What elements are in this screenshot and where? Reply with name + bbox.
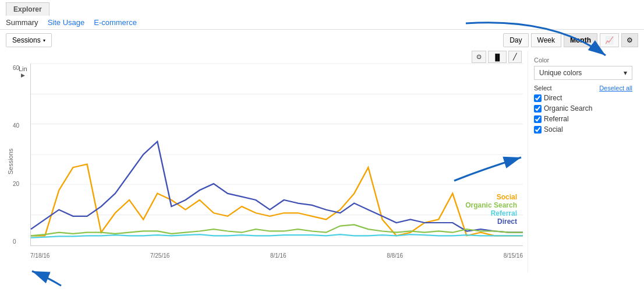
select-label: Select [534, 85, 552, 92]
chart-view-controls: ⊙ ▐▌ ╱ [472, 51, 522, 63]
bar-chart-icon[interactable]: ▐▌ [488, 51, 507, 63]
checkbox-organic-search: Organic Search [534, 104, 632, 113]
sessions-dropdown[interactable]: Sessions ▾ [6, 33, 52, 47]
color-label: Color [534, 57, 632, 64]
deselect-all-link[interactable]: Deselect all [599, 85, 632, 92]
week-button[interactable]: Week [531, 33, 561, 47]
top-navigation: Summary Site Usage E-commerce [0, 16, 644, 30]
y-tick-60: 60 [13, 65, 19, 71]
legend-social: Social [465, 193, 517, 201]
checkbox-referral-label: Referral [544, 115, 569, 123]
right-panel: Color Unique colors ▾ Select Deselect al… [528, 51, 638, 272]
x-tick-4: 8/8/16 [387, 252, 403, 259]
pie-chart-icon[interactable]: ⚙ [621, 33, 638, 47]
x-axis-ticks: 7/18/16 7/25/16 8/1/16 8/8/16 8/15/16 [30, 252, 523, 259]
x-tick-5: 8/15/16 [504, 252, 523, 259]
nav-ecommerce[interactable]: E-commerce [94, 18, 137, 27]
social-line [31, 164, 523, 236]
legend-direct: Direct [465, 217, 517, 226]
line-chart-icon[interactable]: 📈 [600, 33, 619, 47]
x-tick-3: 8/1/16 [270, 252, 286, 259]
select-header: Select Deselect all [534, 85, 632, 92]
lin-arrow-icon: ▶ [21, 72, 25, 78]
checkbox-referral-input[interactable] [534, 115, 542, 123]
x-tick-2: 7/25/16 [150, 252, 169, 259]
chart-legend: Social Organic Search Referral Direct [465, 193, 517, 226]
line-chart [30, 64, 523, 246]
direct-line [31, 142, 523, 233]
checkbox-social-input[interactable] [534, 126, 542, 134]
nav-summary[interactable]: Summary [6, 18, 38, 27]
dropdown-arrow-icon: ▾ [43, 38, 45, 43]
x-tick-1: 7/18/16 [30, 252, 49, 259]
checkbox-organic-search-input[interactable] [534, 105, 542, 113]
checkbox-referral: Referral [534, 115, 632, 123]
referral-line [31, 234, 523, 238]
checkbox-social-label: Social [544, 125, 563, 134]
nav-site-usage[interactable]: Site Usage [48, 18, 85, 27]
day-button[interactable]: Day [503, 33, 528, 47]
bubble-chart-icon[interactable]: ⊙ [472, 51, 486, 63]
checkbox-direct-label: Direct [544, 94, 562, 102]
sessions-label: Sessions [12, 36, 41, 44]
y-tick-0: 0 [13, 238, 19, 245]
chart-plot-area: 0 20 40 60 [30, 64, 523, 246]
legend-referral: Referral [465, 209, 517, 217]
time-controls: Day Week Month 📈 ⚙ [503, 33, 638, 47]
checkbox-social: Social [534, 125, 632, 134]
organic-search-line [31, 224, 523, 236]
explorer-tab[interactable]: Explorer [6, 2, 49, 16]
y-tick-20: 20 [13, 181, 19, 187]
y-tick-40: 40 [13, 122, 19, 129]
color-select-dropdown[interactable]: Unique colors ▾ [534, 66, 632, 80]
legend-organic-search: Organic Search [465, 201, 517, 209]
month-button[interactable]: Month [564, 33, 597, 47]
checkbox-direct: Direct [534, 94, 632, 102]
checkbox-direct-input[interactable] [534, 94, 542, 102]
color-option-label: Unique colors [539, 69, 582, 77]
checkbox-organic-search-label: Organic Search [544, 104, 592, 113]
line-chart-view-icon[interactable]: ╱ [508, 51, 522, 63]
y-axis-ticks: 0 20 40 60 [13, 64, 19, 246]
toolbar: Sessions ▾ Day Week Month 📈 ⚙ [0, 30, 644, 51]
lin-label: Lin [19, 65, 27, 72]
color-dropdown-icon: ▾ [624, 69, 627, 77]
